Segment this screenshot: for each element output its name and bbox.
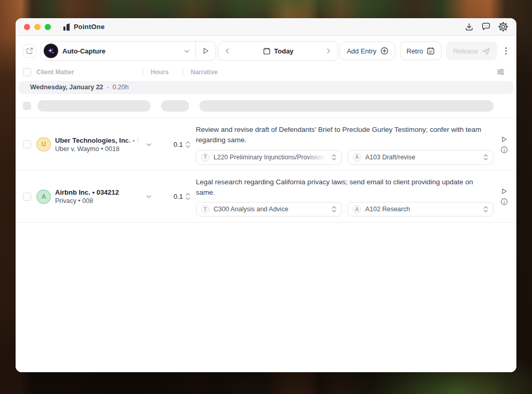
hours-stepper-down[interactable] xyxy=(185,197,191,200)
client-avatar: U xyxy=(36,137,51,152)
skeleton-pill xyxy=(161,100,189,112)
chevron-down-icon[interactable] xyxy=(183,48,190,55)
bullet-separator: • xyxy=(107,84,109,90)
sparkles-icon xyxy=(44,44,58,58)
hours-stepper-up[interactable] xyxy=(185,141,191,144)
app-logo: PointOne xyxy=(63,23,104,31)
task-code-label: C300 Analysis and Advice xyxy=(214,206,327,213)
task-badge: T xyxy=(201,153,209,161)
compose-icon[interactable] xyxy=(23,44,36,58)
date-label: Today xyxy=(274,47,294,55)
date-navigator: Today xyxy=(218,41,338,61)
narrative-text[interactable]: Legal research regarding California priv… xyxy=(196,177,494,198)
retro-button[interactable]: Retro xyxy=(400,42,442,60)
select-updown-icon xyxy=(483,206,488,213)
task-code-select[interactable]: T L220 Preliminary Injunctions/Provision… xyxy=(196,150,342,165)
narrative-text[interactable]: Review and revise draft of Defendants' B… xyxy=(196,125,494,146)
toolbar: Auto-Capture Today xyxy=(16,36,516,65)
empty-area xyxy=(16,223,516,372)
hours-stepper xyxy=(185,141,191,148)
time-entry-row: U Uber Technologies, Inc. • 00238 Uber v… xyxy=(16,118,516,171)
app-window: PointOne Auto-Capture xyxy=(16,18,516,372)
divider xyxy=(143,69,143,75)
hours-stepper-down[interactable] xyxy=(185,145,191,148)
select-updown-icon xyxy=(331,206,337,213)
hours-cell: 0.1 xyxy=(156,141,191,148)
hours-value: 0.1 xyxy=(174,193,183,200)
calendar-icon xyxy=(263,47,271,55)
group-date: Wednesday, January 22 xyxy=(30,84,103,91)
narrative-cell: Legal research regarding California priv… xyxy=(196,177,494,217)
activity-badge: A xyxy=(353,153,361,161)
skeleton-pill xyxy=(200,100,494,112)
table-header: Client Matter Hours Narrative xyxy=(16,65,516,80)
settings-gear-icon[interactable] xyxy=(498,22,508,32)
retro-label: Retro xyxy=(407,47,423,55)
skeleton-pill xyxy=(37,100,151,112)
capture-play-icon[interactable] xyxy=(196,42,216,60)
activity-code-label: A102 Research xyxy=(365,206,479,213)
row-info-icon[interactable] xyxy=(500,146,508,154)
row-info-icon[interactable] xyxy=(500,198,508,206)
row-checkbox[interactable] xyxy=(23,193,31,201)
activity-badge: A xyxy=(353,205,361,213)
toolbar-actions: Add Entry Retro Release xyxy=(340,42,509,60)
matter-name: Privacy • 008 xyxy=(55,197,141,205)
row-checkbox[interactable] xyxy=(23,140,31,148)
kebab-menu-icon[interactable] xyxy=(503,46,509,56)
client-name: Airbnb Inc. • 034212 xyxy=(55,188,141,196)
activity-code-label: A103 Draft/revise xyxy=(365,154,479,161)
add-entry-label: Add Entry xyxy=(347,47,376,55)
task-badge: T xyxy=(201,205,209,213)
zoom-window-button[interactable] xyxy=(45,24,51,30)
chevron-left-icon[interactable] xyxy=(218,42,237,60)
client-name: Uber Technologies, Inc. • 00238 xyxy=(55,137,141,144)
calendar-badge-icon xyxy=(427,47,435,55)
activity-code-select[interactable]: A A102 Research xyxy=(348,202,494,216)
row-play-icon[interactable] xyxy=(500,135,508,143)
titlebar: PointOne xyxy=(16,18,516,36)
capture-mode-label: Auto-Capture xyxy=(62,47,105,55)
plus-circle-icon xyxy=(380,47,389,55)
select-updown-icon xyxy=(331,154,337,161)
filter-sliders-icon[interactable] xyxy=(496,67,505,76)
traffic-lights xyxy=(24,24,51,30)
code-selects: T C300 Analysis and Advice A A102 Resear… xyxy=(196,202,494,216)
task-code-select[interactable]: T C300 Analysis and Advice xyxy=(196,202,342,216)
chevron-down-icon[interactable] xyxy=(141,141,156,148)
day-group-header: Wednesday, January 22 • 0.20h xyxy=(19,81,513,94)
divider xyxy=(183,69,183,75)
bar-chart-logo-icon xyxy=(63,23,71,31)
release-button[interactable]: Release xyxy=(446,42,497,60)
chat-icon[interactable] xyxy=(481,22,491,32)
code-selects: T L220 Preliminary Injunctions/Provision… xyxy=(196,150,494,165)
row-actions xyxy=(498,187,510,206)
activity-code-select[interactable]: A A103 Draft/revise xyxy=(348,150,494,165)
hours-value: 0.1 xyxy=(174,141,183,148)
client-matter-cell[interactable]: Uber Technologies, Inc. • 00238 Uber v. … xyxy=(55,137,141,153)
column-hours: Hours xyxy=(151,69,183,76)
select-all-checkbox[interactable] xyxy=(23,68,31,76)
chevron-right-icon[interactable] xyxy=(319,42,338,60)
chevron-down-icon[interactable] xyxy=(141,193,156,200)
auto-capture-selector[interactable]: Auto-Capture xyxy=(41,41,216,61)
select-updown-icon xyxy=(483,154,488,161)
column-narrative: Narrative xyxy=(191,69,218,76)
group-total-hours: 0.20h xyxy=(112,84,128,91)
hours-stepper-up[interactable] xyxy=(185,193,191,196)
close-window-button[interactable] xyxy=(24,24,30,30)
add-entry-button[interactable]: Add Entry xyxy=(340,42,395,60)
current-date-button[interactable]: Today xyxy=(237,47,319,55)
download-icon[interactable] xyxy=(464,22,474,32)
time-entry-row: A Airbnb Inc. • 034212 Privacy • 008 0.1… xyxy=(16,171,516,223)
matter-name: Uber v. Waymo • 0018 xyxy=(55,145,141,153)
minimize-window-button[interactable] xyxy=(34,24,41,30)
send-icon xyxy=(482,47,490,56)
row-play-icon[interactable] xyxy=(500,187,508,195)
column-client-matter: Client Matter xyxy=(36,69,143,76)
client-matter-cell[interactable]: Airbnb Inc. • 034212 Privacy • 008 xyxy=(55,188,141,205)
task-code-label: L220 Preliminary Injunctions/Provisional… xyxy=(214,154,327,161)
release-label: Release xyxy=(453,47,478,55)
hours-cell: 0.1 xyxy=(156,193,191,200)
row-actions xyxy=(498,135,510,154)
